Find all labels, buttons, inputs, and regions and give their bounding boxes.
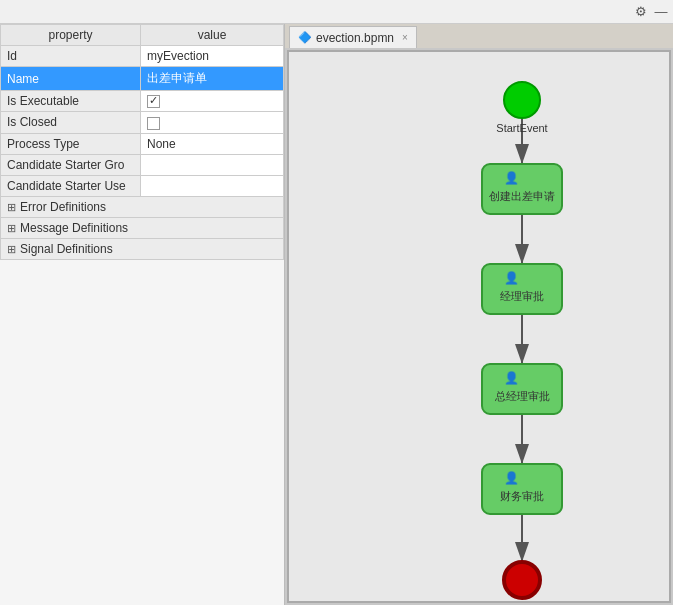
- prop-row-1[interactable]: Name出差申请单: [1, 67, 284, 91]
- tab-close-button[interactable]: ×: [402, 32, 408, 43]
- prop-key-0: Id: [1, 46, 141, 67]
- section-expand-icon-2[interactable]: ⊞: [7, 243, 16, 255]
- task-finance-approve[interactable]: [482, 464, 562, 514]
- task-manager-icon: 👤: [504, 270, 519, 285]
- end-event[interactable]: [504, 562, 540, 598]
- task-create-icon: 👤: [504, 170, 519, 185]
- col-value: value: [141, 25, 284, 46]
- tab-bar: 🔷 evection.bpmn ×: [285, 24, 673, 48]
- task-gm-approve[interactable]: [482, 364, 562, 414]
- task-finance-label: 财务审批: [500, 490, 544, 502]
- section-label-0: ⊞Error Definitions: [1, 196, 284, 217]
- property-table: property value IdmyEvectionName出差申请单Is E…: [0, 24, 284, 605]
- task-finance-icon: 👤: [504, 470, 519, 485]
- task-create-label: 创建出差申请: [489, 190, 555, 202]
- prop-value-2[interactable]: [141, 91, 284, 112]
- end-event-label: EndEvent: [498, 600, 546, 601]
- prop-value-1[interactable]: 出差申请单: [141, 67, 284, 91]
- gear-icon[interactable]: ⚙: [633, 4, 649, 20]
- prop-value-3[interactable]: [141, 112, 284, 133]
- task-gm-label: 总经理审批: [494, 390, 550, 402]
- section-row-1[interactable]: ⊞Message Definitions: [1, 217, 284, 238]
- task-manager-label: 经理审批: [500, 290, 544, 302]
- bpmn-tab[interactable]: 🔷 evection.bpmn ×: [289, 26, 417, 48]
- section-row-2[interactable]: ⊞Signal Definitions: [1, 238, 284, 259]
- prop-key-3: Is Closed: [1, 112, 141, 133]
- prop-row-0[interactable]: IdmyEvection: [1, 46, 284, 67]
- task-create[interactable]: [482, 164, 562, 214]
- diagram-svg: StartEvent 👤 创建出差申请 👤 经理审批 👤 总经理审批 👤 财务审…: [289, 52, 669, 601]
- section-label-2: ⊞Signal Definitions: [1, 238, 284, 259]
- diagram-canvas[interactable]: StartEvent 👤 创建出差申请 👤 经理审批 👤 总经理审批 👤 财务审…: [287, 50, 671, 603]
- prop-value-4[interactable]: None: [141, 133, 284, 154]
- prop-row-4[interactable]: Process TypeNone: [1, 133, 284, 154]
- prop-key-6: Candidate Starter Use: [1, 175, 141, 196]
- left-panel: property value IdmyEvectionName出差申请单Is E…: [0, 24, 285, 605]
- task-gm-icon: 👤: [504, 370, 519, 385]
- section-expand-icon-0[interactable]: ⊞: [7, 201, 16, 213]
- task-manager-approve[interactable]: [482, 264, 562, 314]
- minimize-icon[interactable]: —: [653, 4, 669, 20]
- prop-row-6[interactable]: Candidate Starter Use: [1, 175, 284, 196]
- bpmn-tab-label: evection.bpmn: [316, 31, 394, 45]
- bpmn-tab-icon: 🔷: [298, 31, 312, 44]
- section-row-0[interactable]: ⊞Error Definitions: [1, 196, 284, 217]
- prop-row-3[interactable]: Is Closed: [1, 112, 284, 133]
- section-expand-icon-1[interactable]: ⊞: [7, 222, 16, 234]
- section-label-1: ⊞Message Definitions: [1, 217, 284, 238]
- right-panel: 🔷 evection.bpmn ×: [285, 24, 673, 605]
- prop-value-6[interactable]: [141, 175, 284, 196]
- prop-key-1: Name: [1, 67, 141, 91]
- prop-key-2: Is Executable: [1, 91, 141, 112]
- main-area: property value IdmyEvectionName出差申请单Is E…: [0, 24, 673, 605]
- prop-key-4: Process Type: [1, 133, 141, 154]
- prop-row-5[interactable]: Candidate Starter Gro: [1, 154, 284, 175]
- col-property: property: [1, 25, 141, 46]
- prop-row-2[interactable]: Is Executable: [1, 91, 284, 112]
- start-event-label: StartEvent: [496, 122, 547, 134]
- prop-value-5[interactable]: [141, 154, 284, 175]
- start-event[interactable]: [504, 82, 540, 118]
- checkbox-unchecked[interactable]: [147, 117, 160, 130]
- prop-key-5: Candidate Starter Gro: [1, 154, 141, 175]
- checkbox-checked[interactable]: [147, 95, 160, 108]
- prop-value-0[interactable]: myEvection: [141, 46, 284, 67]
- toolbar: ⚙ —: [0, 0, 673, 24]
